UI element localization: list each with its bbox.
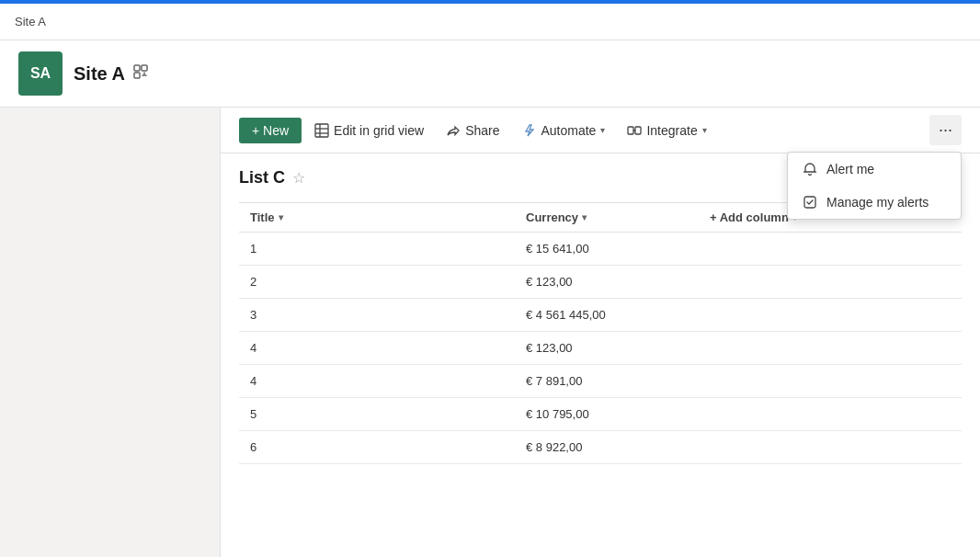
bell-icon	[803, 162, 817, 176]
title-bar: Site A	[0, 4, 980, 40]
list-title: List C	[239, 168, 285, 188]
cell-title: 5	[239, 398, 515, 431]
dropdown-menu: Alert me Manage my alerts	[787, 152, 962, 220]
table-row[interactable]: 6 € 8 922,00	[239, 431, 962, 464]
cell-title: 2	[239, 266, 515, 299]
table-row[interactable]: 5 € 10 795,00	[239, 398, 962, 431]
cell-currency: € 123,00	[515, 332, 699, 365]
new-button[interactable]: + New	[239, 118, 302, 143]
alert-me-label: Alert me	[826, 162, 874, 176]
add-column-button[interactable]: + Add column ▾	[710, 210, 797, 224]
cell-empty	[699, 299, 962, 332]
alert-me-item[interactable]: Alert me	[788, 153, 961, 186]
cell-empty	[699, 233, 962, 266]
list-table: Title ▾ Currency ▾	[239, 202, 962, 464]
cell-currency: € 10 795,00	[515, 398, 699, 431]
table-row[interactable]: 4 € 123,00	[239, 332, 962, 365]
cell-title: 4	[239, 332, 515, 365]
cell-title: 1	[239, 233, 515, 266]
integrate-chevron: ▾	[702, 125, 707, 135]
edit-grid-button[interactable]: Edit in grid view	[305, 118, 433, 143]
table-row[interactable]: 2 € 123,00	[239, 266, 962, 299]
svg-rect-1	[142, 65, 147, 71]
toolbar: + New Edit in grid view Share	[221, 108, 980, 153]
site-header: SA Site A	[0, 40, 980, 108]
automate-chevron: ▾	[600, 125, 605, 135]
svg-rect-2	[134, 73, 140, 78]
table-row[interactable]: 4 € 7 891,00	[239, 365, 962, 398]
svg-rect-3	[315, 124, 328, 137]
table-row[interactable]: 3 € 4 561 445,00	[239, 299, 962, 332]
automate-icon	[521, 123, 536, 138]
site-title: Site A	[74, 63, 149, 85]
col-header-currency[interactable]: Currency ▾	[515, 203, 699, 233]
avatar: SA	[18, 51, 63, 96]
table-row[interactable]: 1 € 15 641,00	[239, 233, 962, 266]
col-header-title[interactable]: Title ▾	[239, 203, 515, 233]
cell-currency: € 7 891,00	[515, 365, 699, 398]
cell-empty	[699, 365, 962, 398]
favorite-star-icon[interactable]: ☆	[292, 169, 305, 187]
cell-currency: € 15 641,00	[515, 233, 699, 266]
edit-grid-icon	[314, 123, 329, 138]
share-site-icon	[132, 63, 149, 84]
cell-currency: € 123,00	[515, 266, 699, 299]
share-button[interactable]: Share	[437, 118, 508, 143]
integrate-icon	[627, 123, 642, 138]
currency-sort-icon: ▾	[582, 212, 587, 222]
cell-currency: € 8 922,00	[515, 431, 699, 464]
layout: + New Edit in grid view Share	[0, 108, 980, 557]
title-bar-text: Site A	[15, 15, 46, 28]
svg-rect-7	[628, 127, 633, 134]
sidebar	[0, 108, 221, 557]
cell-currency: € 4 561 445,00	[515, 299, 699, 332]
cell-empty	[699, 332, 962, 365]
manage-alerts-item[interactable]: Manage my alerts	[788, 186, 961, 219]
share-icon	[446, 123, 461, 138]
cell-empty	[699, 398, 962, 431]
main-content: + New Edit in grid view Share	[221, 108, 980, 557]
cell-title: 4	[239, 365, 515, 398]
svg-rect-8	[635, 127, 641, 134]
svg-rect-10	[804, 197, 815, 208]
cell-title: 6	[239, 431, 515, 464]
more-button[interactable]: ···	[929, 115, 962, 145]
cell-empty	[699, 431, 962, 464]
automate-button[interactable]: Automate ▾	[512, 118, 614, 143]
integrate-button[interactable]: Integrate ▾	[618, 118, 715, 143]
cell-empty	[699, 266, 962, 299]
manage-alerts-icon	[803, 195, 817, 210]
svg-rect-0	[134, 65, 140, 71]
manage-alerts-label: Manage my alerts	[826, 195, 929, 210]
title-sort-icon: ▾	[279, 212, 283, 222]
cell-title: 3	[239, 299, 515, 332]
